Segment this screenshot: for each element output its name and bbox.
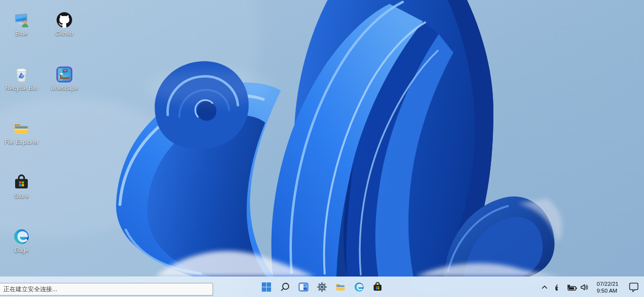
search-button[interactable] xyxy=(276,278,294,296)
gear-icon xyxy=(317,282,327,292)
folder-icon xyxy=(13,120,30,137)
taskbar-center-buttons xyxy=(257,277,387,297)
desktop-icon-label: Recycle Bin xyxy=(5,85,38,93)
desktop-icon-unescape[interactable]: Unescape xyxy=(46,66,83,93)
volume-icon xyxy=(580,283,589,291)
desktop-icon-file-explorer[interactable]: File Explorer xyxy=(3,120,40,147)
system-tray: 07/22/21 9:50 AM xyxy=(538,277,641,297)
battery-button[interactable] xyxy=(566,279,578,296)
desktop-icon-label: Blue xyxy=(15,30,27,38)
status-tooltip: 正在建立安全连接... xyxy=(0,283,213,296)
hidden-icons-chevron-button[interactable] xyxy=(538,279,551,296)
desktop-icon-edge[interactable]: Edge xyxy=(3,228,40,255)
desktop-icon-label: Github xyxy=(56,30,74,38)
store-bag-icon xyxy=(13,174,30,191)
start-button[interactable] xyxy=(257,278,276,296)
desktop-icon-label: Unescape xyxy=(51,85,78,93)
github-app-icon xyxy=(56,12,73,28)
desktop-icon-github[interactable]: Github xyxy=(46,12,83,38)
desktop-icon-blue[interactable]: Blue xyxy=(3,12,40,38)
store-bag-icon xyxy=(372,282,383,292)
taskbar-clock[interactable]: 07/22/21 9:50 AM xyxy=(597,280,625,294)
edge-icon xyxy=(354,282,364,292)
file-explorer-button[interactable] xyxy=(332,278,350,296)
windows-logo-icon xyxy=(261,282,272,292)
battery-charging-icon xyxy=(566,283,577,291)
recycle-bin-icon xyxy=(13,66,30,83)
clock-date: 07/22/21 xyxy=(597,280,625,287)
notification-center-button[interactable] xyxy=(627,279,641,296)
chevron-up-icon xyxy=(541,284,548,290)
desktop-icon-label: File Explorer xyxy=(4,139,39,147)
edge-icon xyxy=(13,228,30,245)
settings-button[interactable] xyxy=(313,278,332,296)
folder-icon xyxy=(335,282,346,292)
desktop: Blue Github xyxy=(0,0,644,297)
desktop-icon-label: Store xyxy=(14,193,29,201)
desktop-icon-label: Edge xyxy=(14,247,28,255)
unescape-app-icon xyxy=(56,66,73,83)
clock-time: 9:50 AM xyxy=(597,287,625,294)
chat-bubble-icon xyxy=(628,281,640,293)
volume-button[interactable] xyxy=(578,279,591,296)
store-button[interactable] xyxy=(369,278,387,296)
task-view-button[interactable] xyxy=(294,278,313,296)
edge-button[interactable] xyxy=(350,278,369,296)
desktop-icon-recycle-bin[interactable]: Recycle Bin xyxy=(3,66,40,93)
wifi-icon xyxy=(555,283,564,291)
network-button[interactable] xyxy=(554,279,566,296)
task-view-icon xyxy=(298,282,309,292)
blue-app-icon xyxy=(13,12,30,28)
search-icon xyxy=(280,282,290,292)
wallpaper-bloom xyxy=(0,0,644,297)
desktop-icon-store[interactable]: Store xyxy=(3,174,40,201)
